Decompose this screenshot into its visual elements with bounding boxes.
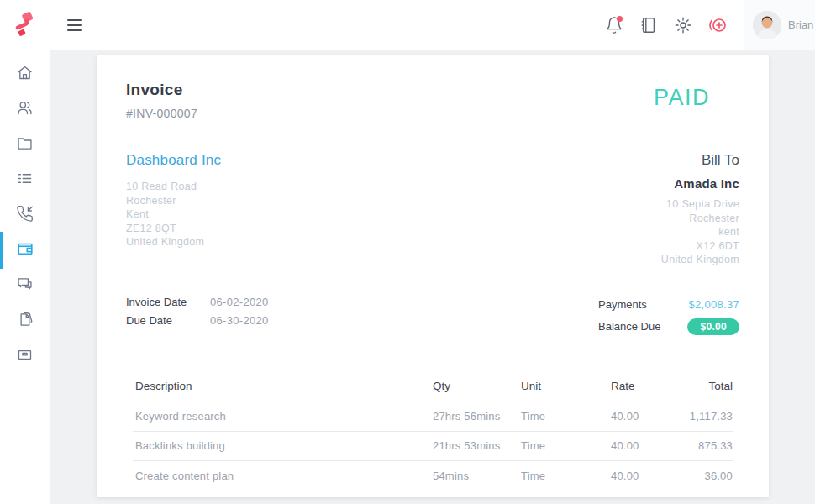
chat-icon: [16, 276, 34, 297]
bill-to-label: Bill To: [661, 152, 739, 169]
client-address: 10 Septa Drive Rochester kent X12 6DT Un…: [661, 197, 739, 267]
status-badge: PAID: [654, 85, 710, 111]
users-icon: [16, 99, 34, 120]
bill-to-block: Bill To Amada Inc 10 Septa Drive Rochest…: [661, 152, 739, 267]
sidebar-item-archive[interactable]: [0, 339, 50, 374]
due-date-label: Due Date: [126, 314, 210, 327]
invoice-date-value: 06-02-2020: [210, 296, 269, 308]
user-name: Brian: [788, 18, 813, 31]
address-book-icon[interactable]: [638, 14, 660, 36]
due-date-value: 06-30-2020: [210, 314, 269, 327]
settings-gear-icon[interactable]: [672, 14, 694, 36]
invoice-card: Invoice #INV-000007 PAID Dashboard Inc 1…: [97, 55, 769, 497]
col-unit: Unit: [521, 380, 611, 392]
menu-toggle-button[interactable]: [59, 9, 91, 41]
table-header-row: Description Qty Unit Rate Total: [133, 370, 733, 402]
table-row[interactable]: Create content plan 54mins Time 40.00 36…: [133, 461, 733, 491]
col-description: Description: [133, 380, 433, 392]
company-block: Dashboard Inc 10 Read Road Rochester Ken…: [126, 152, 221, 267]
sidebar-item-tasks[interactable]: [0, 162, 50, 197]
user-menu[interactable]: Brian: [744, 0, 815, 50]
topbar-actions: [603, 14, 728, 36]
col-qty: Qty: [433, 380, 521, 392]
wallet-icon: [16, 239, 34, 261]
app-logo[interactable]: [0, 0, 50, 50]
col-total: Total: [683, 380, 733, 392]
invoice-date-label: Invoice Date: [126, 296, 210, 308]
phone-incoming-icon: [16, 205, 34, 226]
pages-icon: [16, 311, 34, 332]
sidebar-item-projects[interactable]: [0, 127, 50, 162]
table-row[interactable]: Backlinks building 21hrs 53mins Time 40.…: [133, 432, 733, 461]
list-icon: [16, 170, 34, 191]
client-name: Amada Inc: [661, 176, 739, 191]
company-link[interactable]: Dashboard Inc: [126, 152, 221, 168]
topbar: Brian: [0, 0, 815, 50]
sidebar: [0, 50, 50, 504]
sidebar-item-invoices[interactable]: [0, 233, 50, 268]
line-items-table: Description Qty Unit Rate Total Keyword …: [133, 370, 733, 491]
invoice-amounts: Payments $2,008.37 Balance Due $0.00: [598, 296, 739, 339]
notification-dot: [617, 16, 623, 22]
home-icon: [16, 64, 34, 85]
payments-value[interactable]: $2,008.37: [688, 298, 739, 311]
archive-icon: [16, 346, 34, 367]
folder-icon: [16, 134, 34, 155]
invoice-dates: Invoice Date 06-02-2020 Due Date 06-30-2…: [126, 296, 269, 327]
table-row[interactable]: Keyword research 27hrs 56mins Time 40.00…: [133, 402, 733, 432]
sidebar-item-calls[interactable]: [0, 197, 50, 233]
main-content: Invoice #INV-000007 PAID Dashboard Inc 1…: [50, 50, 815, 504]
brand-logo-icon: [11, 9, 39, 41]
col-rate: Rate: [611, 380, 683, 392]
app-root: Brian: [0, 0, 815, 504]
page-title: Invoice: [126, 81, 197, 99]
balance-due-badge: $0.00: [687, 318, 739, 335]
invoice-number: #INV-000007: [126, 107, 197, 120]
quick-add-icon[interactable]: [707, 14, 728, 36]
sidebar-item-contacts[interactable]: [0, 92, 50, 127]
payments-label: Payments: [598, 298, 647, 311]
sidebar-item-messages[interactable]: [0, 268, 50, 303]
avatar: [753, 11, 781, 39]
sidebar-item-documents[interactable]: [0, 303, 50, 339]
balance-due-label: Balance Due: [598, 320, 660, 333]
sidebar-item-home[interactable]: [0, 56, 50, 92]
company-address: 10 Read Road Rochester Kent ZE12 8QT Uni…: [126, 180, 221, 249]
notifications-bell-icon[interactable]: [603, 14, 625, 36]
